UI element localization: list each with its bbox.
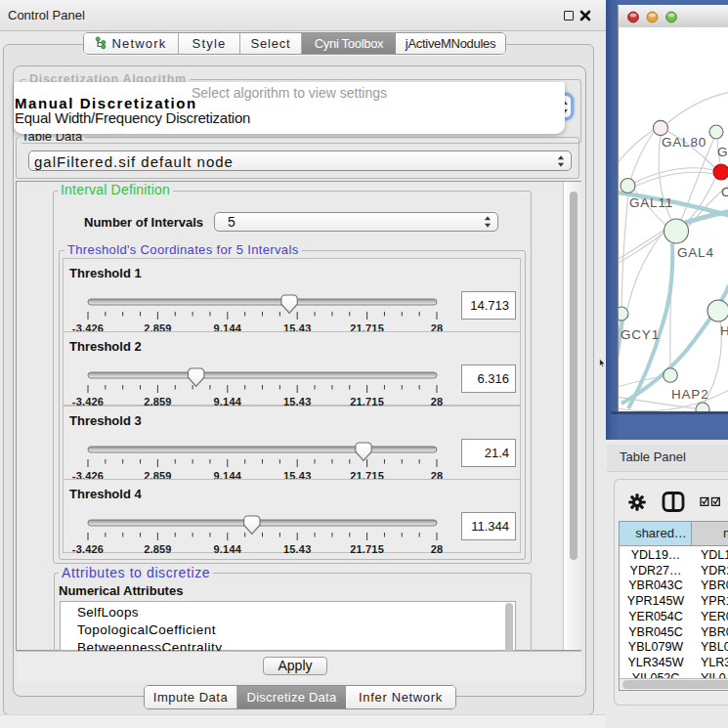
svg-text:GAL4: GAL4 <box>677 245 714 260</box>
svg-text:GCY1: GCY1 <box>621 327 660 342</box>
svg-text:2.859: 2.859 <box>144 543 172 555</box>
svg-text:HAP2: HAP2 <box>671 387 708 402</box>
svg-text:28: 28 <box>431 543 444 555</box>
svg-text:GAL80: GAL80 <box>662 135 707 150</box>
svg-text:9.144: 9.144 <box>214 543 242 555</box>
svg-text:C: C <box>721 185 728 199</box>
svg-text:21.715: 21.715 <box>350 543 384 555</box>
svg-text:GAL11: GAL11 <box>629 195 673 210</box>
svg-text:H: H <box>720 323 728 338</box>
svg-text:-3.426: -3.426 <box>72 543 104 555</box>
svg-text:15.43: 15.43 <box>283 543 312 555</box>
svg-text:GA: GA <box>717 145 728 159</box>
